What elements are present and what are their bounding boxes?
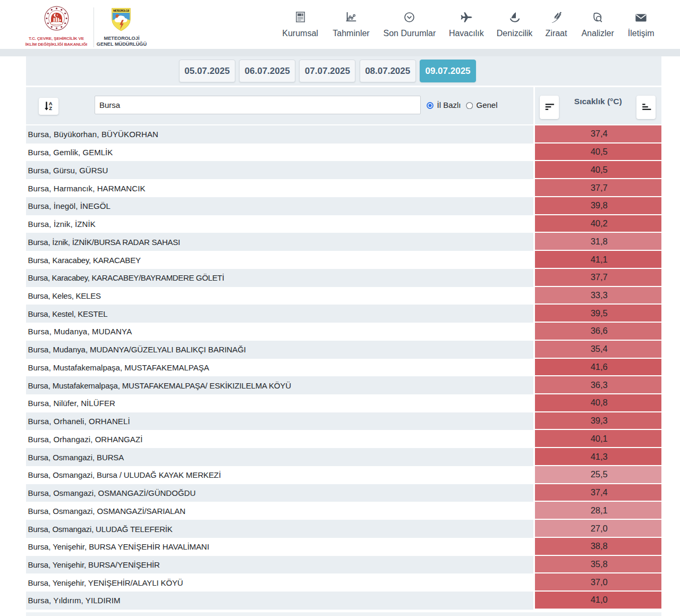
svg-text:METEOROLOJI: METEOROLOJI xyxy=(113,9,130,12)
svg-text:Z: Z xyxy=(49,105,52,111)
